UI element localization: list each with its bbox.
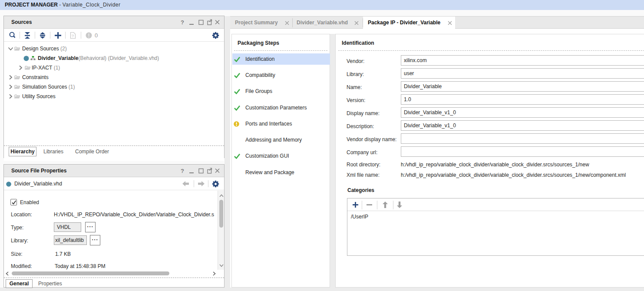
svg-text:?: ?	[181, 168, 184, 174]
svg-text:?: ?	[72, 34, 74, 38]
svg-text:?: ?	[181, 19, 184, 25]
